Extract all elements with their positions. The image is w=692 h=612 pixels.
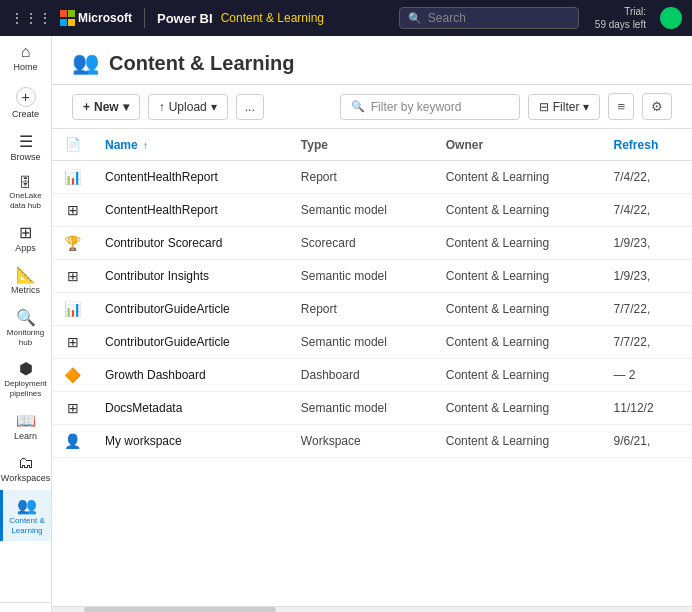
item-name[interactable]: ContentHealthReport [93,161,289,194]
item-refresh: 7/7/22, [602,293,692,326]
th-owner: Owner [434,129,602,161]
sidebar-item-power-bi[interactable]: ◆ Power BI [0,602,51,612]
item-type-icon: 📊 [52,293,93,326]
ms-logo-icon [60,10,76,26]
item-name[interactable]: ContributorGuideArticle [93,326,289,359]
sidebar-label-create: Create [12,109,39,120]
sidebar-label-home: Home [13,62,37,73]
new-plus-icon: + [83,100,90,114]
sidebar-item-learn[interactable]: 📖 Learn [0,405,51,448]
sidebar-item-workspaces[interactable]: 🗂 Workspaces [0,447,51,490]
settings-button[interactable]: ⚙ [642,93,672,120]
search-input[interactable] [428,11,568,25]
filter-button[interactable]: ⊟ Filter ▾ [528,94,601,120]
sidebar-item-deployment[interactable]: ⬢ Deployment pipelines [0,353,51,404]
sidebar-label-onelake: OneLake data hub [4,191,47,210]
item-owner: Content & Learning [434,161,602,194]
item-name[interactable]: DocsMetadata [93,392,289,425]
sidebar-item-browse[interactable]: ☰ Browse [0,126,51,169]
sidebar-label-learn: Learn [14,431,37,442]
main-content: 👥 Content & Learning + New ▾ ↑ Upload ▾ … [52,36,692,612]
page-header: 👥 Content & Learning [52,36,692,85]
browse-icon: ☰ [19,134,33,150]
item-owner: Content & Learning [434,194,602,227]
table-row: 📊ContentHealthReportReportContent & Lear… [52,161,692,194]
table-row: ⊞ContributorGuideArticleSemantic modelCo… [52,326,692,359]
sidebar-item-apps[interactable]: ⊞ Apps [0,217,51,260]
sidebar-label-browse: Browse [10,152,40,163]
item-owner: Content & Learning [434,227,602,260]
item-owner: Content & Learning [434,359,602,392]
item-refresh: 7/7/22, [602,326,692,359]
more-button[interactable]: ... [236,94,264,120]
sidebar-item-onelake[interactable]: 🗄 OneLake data hub [0,168,51,216]
item-name[interactable]: Contributor Scorecard [93,227,289,260]
apps-icon: ⊞ [19,225,32,241]
item-type: Scorecard [289,227,434,260]
sidebar-label-monitoring: Monitoring hub [4,328,47,347]
sidebar-item-metrics[interactable]: 📐 Metrics [0,259,51,302]
powerbi-label: Power BI [157,11,213,26]
home-icon: ⌂ [21,44,31,60]
upload-button[interactable]: ↑ Upload ▾ [148,94,228,120]
sidebar-item-home[interactable]: ⌂ Home [0,36,51,79]
item-type-icon: 🏆 [52,227,93,260]
item-name[interactable]: Growth Dashboard [93,359,289,392]
waffle-menu-icon[interactable]: ⋮⋮⋮ [10,10,52,26]
keyword-filter[interactable]: 🔍 Filter by keyword [340,94,520,120]
user-avatar[interactable] [660,7,682,29]
th-name[interactable]: Name ↑ [93,129,289,161]
sidebar-label-apps: Apps [15,243,36,254]
onelake-icon: 🗄 [19,176,32,189]
item-refresh: 7/4/22, [602,161,692,194]
item-owner: Content & Learning [434,260,602,293]
item-name[interactable]: ContributorGuideArticle [93,293,289,326]
metrics-icon: 📐 [16,267,36,283]
microsoft-label: Microsoft [78,11,132,25]
table-row: 🔶Growth DashboardDashboardContent & Lear… [52,359,692,392]
item-type-icon: 🔶 [52,359,93,392]
item-refresh: 1/9/23, [602,260,692,293]
item-type-icon: ⊞ [52,194,93,227]
sidebar-label-deployment: Deployment pipelines [4,379,47,398]
content-table: 📄 Name ↑ Type Owner Refresh 📊ContentHeal… [52,129,692,606]
upload-chevron-icon: ▾ [211,100,217,114]
content-learning-icon: 👥 [17,498,37,514]
sidebar-label-metrics: Metrics [11,285,40,296]
page-header-icon: 👥 [72,50,99,76]
trial-info: Trial: 59 days left [595,5,646,31]
toolbar: + New ▾ ↑ Upload ▾ ... 🔍 Filter by keywo… [52,85,692,129]
topbar: ⋮⋮⋮ Microsoft Power BI Content & Learnin… [0,0,692,36]
item-name[interactable]: My workspace [93,425,289,458]
sidebar-item-monitoring[interactable]: 🔍 Monitoring hub [0,302,51,353]
new-chevron-icon: ▾ [123,100,129,114]
th-type: Type [289,129,434,161]
new-button[interactable]: + New ▾ [72,94,140,120]
create-icon: + [16,87,36,107]
item-type: Semantic model [289,326,434,359]
item-name[interactable]: Contributor Insights [93,260,289,293]
item-owner: Content & Learning [434,326,602,359]
settings-icon: ⚙ [651,99,663,114]
item-type-icon: ⊞ [52,260,93,293]
item-name[interactable]: ContentHealthReport [93,194,289,227]
sidebar-item-create[interactable]: + Create [0,79,51,126]
search-box[interactable]: 🔍 [399,7,579,29]
item-type-icon: 👤 [52,425,93,458]
item-type: Report [289,293,434,326]
sidebar-label-workspaces: Workspaces [1,473,50,484]
page-title: Content & Learning [109,52,295,75]
th-icon: 📄 [52,129,93,161]
items-table: 📄 Name ↑ Type Owner Refresh 📊ContentHeal… [52,129,692,458]
learn-icon: 📖 [16,413,36,429]
filter-icon: ⊟ [539,100,549,114]
item-type: Semantic model [289,260,434,293]
layout-button[interactable]: ≡ [608,93,634,120]
sidebar-item-content-learning[interactable]: 👥 Content & Learning [0,490,51,541]
item-refresh: 11/12/2 [602,392,692,425]
table-row: ⊞ContentHealthReportSemantic modelConten… [52,194,692,227]
item-refresh: 1/9/23, [602,227,692,260]
topbar-breadcrumb: Content & Learning [221,11,324,25]
table-row: ⊞Contributor InsightsSemantic modelConte… [52,260,692,293]
item-type: Semantic model [289,194,434,227]
